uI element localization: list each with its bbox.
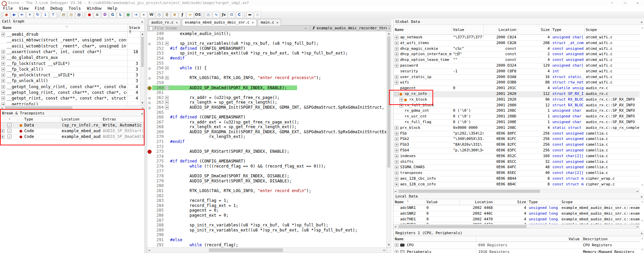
scroll-down-icon[interactable]: ∨ (641, 219, 643, 222)
gutter-margin[interactable] (147, 169, 152, 174)
editor-hscrollbar[interactable]: ◄ ► (147, 247, 386, 253)
menu-item-debug[interactable]: Debug (47, 6, 66, 11)
expand-plus-icon[interactable]: + (1, 73, 5, 77)
table-row[interactable]: +at_wifi_items2000 C828208struct _at_com… (393, 40, 640, 46)
gutter-margin[interactable] (147, 179, 152, 184)
snapshot-icon[interactable]: ◎ (205, 12, 212, 18)
table-row[interactable]: +shifts0E06 85CC32const unsignedcamellia… (393, 159, 640, 165)
expand-plus-icon[interactable]: + (1, 91, 5, 95)
table-row[interactable]: +rx_full_block2001 208012struct RX_BLOCa… (393, 103, 640, 109)
expand-plus-icon[interactable]: + (165, 66, 169, 70)
code-line[interactable]: 249 example_audio_init(); (147, 31, 386, 36)
code-line[interactable]: 281 RTK_LOGS(TAG, RTK_LOG_INFO, "enter r… (147, 188, 386, 193)
statement-dot-icon[interactable] (148, 97, 151, 100)
code-line[interactable]: 272 (147, 144, 386, 149)
statement-dot-icon[interactable] (148, 107, 151, 109)
vertical-splitter[interactable] (145, 19, 147, 253)
function-select[interactable]: example_audio_dmic_recorder_thread (317, 26, 387, 31)
gutter-margin[interactable] (147, 130, 152, 135)
menu-item-file[interactable]: File (0, 6, 16, 11)
expand-minus-icon[interactable]: − (395, 92, 398, 96)
expand-plus-icon[interactable]: + (395, 47, 398, 51)
scroll-up-icon[interactable]: ∧ (641, 237, 643, 240)
table-row[interactable]: +rx_block2001 202096struct RX_BLOCaudio_… (393, 97, 640, 103)
maximize-button[interactable]: ❐ (618, 0, 631, 6)
scroll-down-icon[interactable]: ▼ (140, 102, 144, 104)
expand-plus-icon[interactable]: + (395, 177, 398, 181)
scroll-down-icon[interactable]: ▼ (387, 244, 391, 246)
gutter-margin[interactable] (147, 56, 152, 61)
run-icon[interactable]: ▶ (11, 12, 18, 18)
code-line[interactable]: 275#if defined (CONFIG_AMEBASMART) (147, 159, 386, 164)
menu-item-window[interactable]: Window (84, 6, 104, 11)
statement-dot-icon[interactable] (148, 77, 151, 80)
call-stack-window-icon[interactable]: ➔ (132, 12, 139, 18)
code-line[interactable]: 266#if defined (CONFIG_AMEBASMART) (147, 115, 386, 120)
gutter-margin[interactable] (147, 36, 152, 41)
call-graph-row[interactable]: +__getopt_r(int, const char**, const cha… (0, 96, 140, 102)
expand-plus-icon[interactable]: + (1, 62, 5, 66)
code-line[interactable]: 278 AUDIO_SP_DmaCmd(SPORT_RX_INDEX, DISA… (147, 174, 386, 179)
code-line[interactable]: 259 (147, 80, 386, 85)
call-graph-close-icon[interactable]: ✕ (141, 19, 143, 25)
code-line[interactable]: 287 (147, 218, 386, 223)
column-name[interactable]: Name (393, 25, 452, 34)
column-location[interactable]: Location (459, 199, 494, 205)
gutter-margin[interactable] (147, 41, 152, 46)
call-graph-row[interactable]: +__fp_unlock(struct __sFILE*)3 (0, 72, 140, 78)
expand-plus-icon[interactable]: + (395, 183, 398, 186)
menu-item-view[interactable]: View (16, 6, 32, 11)
code-line[interactable]: 279 AUDIO_SP_RXStart(SPORT_RX_INDEX, DIS… (147, 179, 386, 184)
gutter-margin[interactable] (147, 149, 152, 154)
code-line[interactable]: 277 (147, 169, 386, 174)
expand-plus-icon[interactable]: + (395, 154, 398, 158)
tab-close-icon[interactable]: ✕ (277, 21, 278, 24)
code-line[interactable]: 284 record_flag_ext = 1; (147, 203, 386, 208)
gutter-margin[interactable] (147, 208, 152, 213)
registers-close-icon[interactable]: ✕ (641, 230, 643, 236)
registers-window-icon[interactable]: ⊟ (228, 12, 235, 18)
data-sampling-icon[interactable]: ƒx (220, 12, 227, 18)
tab-main-c[interactable]: main.c✕ (258, 19, 281, 26)
code-line[interactable]: 267 rx_addr_ext = (u32)sp_get_free_rx_pa… (147, 120, 386, 125)
code-line[interactable]: 288 sp_init_rx_variables((u8 *)sp_rx_buf… (147, 223, 386, 228)
code-line[interactable]: 276 while (!((record_flag == 0) && (reco… (147, 164, 386, 169)
call-graph-row[interactable]: +__fp_lock(struct __sFILE*)3 (0, 61, 140, 67)
expand-plus-icon[interactable]: + (165, 42, 169, 45)
scroll-right-icon[interactable]: ► (142, 107, 144, 109)
call-graph-row[interactable]: +__fp_unlock_all()3 (0, 78, 140, 84)
gutter-margin[interactable] (147, 105, 152, 110)
expand-plus-icon[interactable]: + (1, 129, 4, 133)
breakpoints-column-header[interactable]: ∨ Type Location Extras (0, 116, 144, 122)
gutter-margin[interactable] (147, 188, 152, 193)
call-graph-row[interactable]: +__getopt_long_only_r(int, const char**,… (0, 84, 140, 90)
instruction-trace-icon[interactable]: ≣ (163, 12, 170, 18)
expand-plus-icon[interactable]: + (1, 79, 5, 83)
gutter-margin[interactable] (147, 120, 152, 125)
expand-plus-icon[interactable]: + (395, 58, 398, 62)
gutter-margin[interactable] (147, 232, 152, 238)
source-files-icon[interactable]: = (187, 12, 194, 18)
os-awareness-icon[interactable]: OS (194, 12, 201, 18)
tab-close-icon[interactable]: ✕ (252, 21, 254, 24)
disassembly-window-icon[interactable]: D (101, 12, 108, 18)
tab-close-icon[interactable]: ✕ (176, 21, 178, 24)
functions-window-icon[interactable]: ƒ (179, 12, 186, 18)
gutter-margin[interactable] (147, 144, 152, 149)
code-line[interactable]: 260+ AUDIO_SP_DmaCmd(SPORT_RX_INDEX, ENA… (147, 85, 386, 91)
column-type[interactable]: Type (527, 199, 560, 205)
console-window-icon[interactable]: ≡ (94, 12, 101, 18)
step-into-icon[interactable]: ↓ (42, 12, 49, 18)
expand-plus-icon[interactable]: + (395, 137, 398, 141)
gutter-margin[interactable] (147, 238, 152, 243)
code-line[interactable]: 256+ while (1) { (147, 66, 386, 71)
expand-plus-icon[interactable]: + (1, 68, 5, 71)
scroll-left-icon[interactable]: ◄ (394, 190, 396, 193)
breakpoint-row[interactable]: +✓Codeexample_mbed_audAUDIO_SP_RXStart(S… (0, 128, 144, 134)
restart-icon[interactable]: ↻ (34, 12, 41, 18)
code-line[interactable]: 283 record_flag = 1; (147, 198, 386, 203)
gutter-margin[interactable] (147, 213, 152, 218)
column-size[interactable]: Size (518, 25, 551, 34)
expand-plus-icon[interactable]: + (395, 132, 398, 136)
column-location[interactable]: Location (483, 25, 518, 34)
